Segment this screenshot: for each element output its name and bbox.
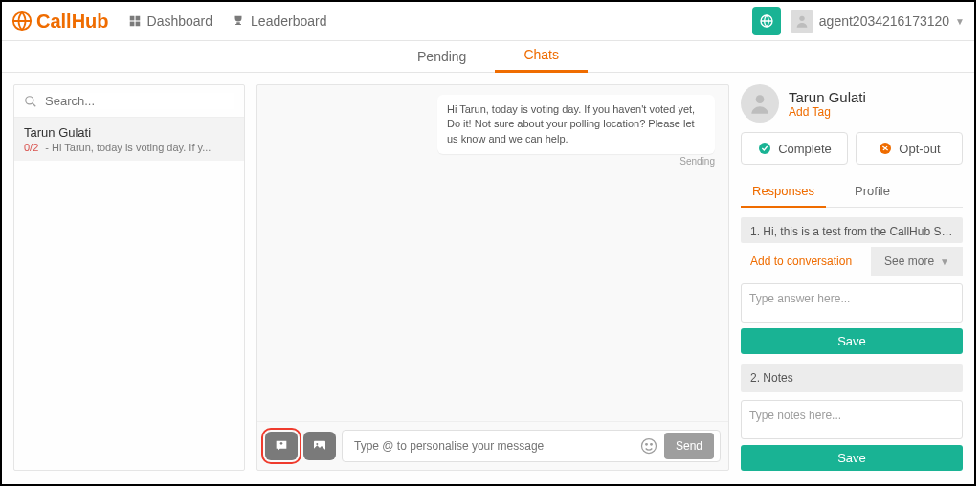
person-icon: [747, 91, 772, 116]
dashboard-icon: [128, 14, 142, 28]
app-frame: CallHub Dashboard Leaderboard agent20342…: [0, 0, 976, 486]
globe-icon: [759, 13, 774, 29]
complete-label: Complete: [778, 142, 832, 156]
optout-button[interactable]: Opt-out: [856, 132, 963, 165]
optout-icon: [878, 141, 893, 156]
globe-logo-icon: [11, 11, 33, 32]
brand-name: CallHub: [36, 11, 109, 33]
svg-point-10: [316, 443, 318, 445]
svg-rect-3: [129, 22, 134, 27]
nav-leaderboard-label: Leaderboard: [251, 13, 326, 29]
image-icon: [311, 438, 328, 454]
conversation-preview: 0/2 - Hi Tarun, today is voting day. If …: [24, 142, 234, 153]
optout-label: Opt-out: [899, 142, 940, 156]
notes-input[interactable]: [741, 400, 963, 439]
tab-pending[interactable]: Pending: [389, 49, 495, 72]
trophy-icon: [232, 14, 245, 28]
tab-profile[interactable]: Profile: [843, 178, 902, 207]
svg-line-8: [33, 102, 36, 106]
svg-point-6: [799, 16, 804, 21]
complete-button[interactable]: Complete: [741, 132, 848, 165]
main-tabs: Pending Chats: [2, 41, 974, 73]
brand-logo[interactable]: CallHub: [11, 11, 109, 33]
svg-point-15: [759, 143, 770, 154]
answer-input[interactable]: [741, 283, 963, 323]
caret-down-icon: ▼: [940, 256, 949, 267]
nav-dashboard[interactable]: Dashboard: [128, 13, 213, 29]
message-bubble: Hi Tarun, today is voting day. If you ha…: [437, 95, 715, 154]
top-nav: Dashboard Leaderboard: [128, 13, 346, 29]
chat-plus-icon: [273, 438, 290, 454]
avatar-icon: [791, 10, 813, 33]
search-icon: [24, 95, 37, 108]
svg-point-11: [641, 439, 656, 454]
user-menu[interactable]: agent2034216173120 ▼: [791, 10, 965, 33]
svg-rect-2: [135, 16, 140, 21]
nav-dashboard-label: Dashboard: [147, 13, 213, 29]
detail-tabs: Responses Profile: [741, 178, 963, 208]
svg-point-12: [646, 444, 648, 446]
search-box[interactable]: [14, 85, 244, 118]
svg-rect-1: [129, 16, 134, 21]
user-label: agent2034216173120: [819, 13, 949, 29]
conversation-list: Tarun Gulati 0/2 - Hi Tarun, today is vo…: [13, 84, 245, 471]
script-actions: Add to conversation See more▼: [741, 247, 963, 276]
svg-point-14: [756, 95, 765, 103]
svg-point-13: [651, 444, 653, 446]
help-button[interactable]: [752, 7, 781, 35]
send-button[interactable]: Send: [664, 433, 714, 459]
add-image-button[interactable]: [303, 432, 336, 460]
contact-name: Tarun Gulati: [789, 89, 866, 105]
see-more-button[interactable]: See more▼: [871, 247, 963, 276]
compose-input[interactable]: [348, 434, 639, 458]
details-panel: Tarun Gulati Add Tag Complete Opt-out Re…: [741, 84, 963, 471]
conversation-count: 0/2: [24, 142, 38, 153]
svg-rect-4: [135, 22, 140, 27]
contact-header: Tarun Gulati Add Tag: [741, 84, 963, 122]
see-more-label: See more: [884, 255, 934, 268]
save-answer-button[interactable]: Save: [741, 328, 963, 354]
check-circle-icon: [757, 141, 772, 156]
topbar: CallHub Dashboard Leaderboard agent20342…: [2, 2, 974, 41]
add-template-button[interactable]: [265, 432, 298, 460]
search-input[interactable]: [43, 93, 234, 109]
conversation-name: Tarun Gulati: [24, 125, 234, 140]
tab-chats[interactable]: Chats: [495, 47, 588, 73]
message-status: Sending: [679, 156, 715, 167]
message-area: Hi Tarun, today is voting day. If you ha…: [257, 85, 728, 421]
content: Tarun Gulati 0/2 - Hi Tarun, today is vo…: [2, 73, 974, 484]
conversation-text: - Hi Tarun, today is voting day. If y...: [42, 142, 211, 153]
add-to-conversation-link[interactable]: Add to conversation: [741, 247, 871, 276]
svg-point-7: [26, 96, 33, 103]
tab-responses[interactable]: Responses: [741, 178, 826, 208]
add-tag-link[interactable]: Add Tag: [789, 105, 866, 119]
conversation-item[interactable]: Tarun Gulati 0/2 - Hi Tarun, today is vo…: [14, 118, 244, 161]
caret-down-icon: ▼: [955, 16, 965, 27]
compose-box[interactable]: Send: [342, 430, 721, 462]
composer: Send: [257, 421, 728, 470]
script-line: 1. Hi, this is a test from the CallHub S…: [741, 217, 963, 243]
contact-actions: Complete Opt-out: [741, 132, 963, 165]
chat-panel: Hi Tarun, today is voting day. If you ha…: [256, 84, 729, 471]
smile-icon: [639, 436, 658, 456]
outgoing-message: Hi Tarun, today is voting day. If you ha…: [271, 95, 715, 167]
nav-leaderboard[interactable]: Leaderboard: [232, 13, 326, 29]
emoji-button[interactable]: [639, 436, 658, 456]
save-notes-button[interactable]: Save: [741, 445, 963, 471]
contact-avatar: [741, 84, 779, 122]
notes-heading: 2. Notes: [741, 364, 963, 392]
